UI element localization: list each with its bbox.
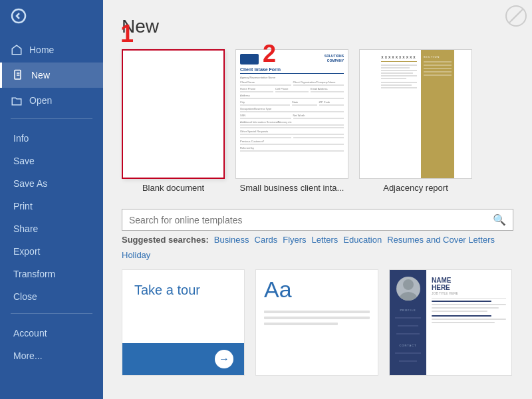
tour-top: Take a tour	[122, 270, 244, 343]
suggest-business[interactable]: Business	[214, 235, 249, 245]
page-title: New	[122, 16, 513, 37]
template-adjacency[interactable]: XXXXXXXXXX SECTION	[359, 49, 472, 193]
search-bar: 🔍	[122, 209, 513, 231]
new-label: New	[31, 70, 50, 80]
suggest-cards[interactable]: Cards	[255, 235, 278, 245]
suggest-resumes[interactable]: Resumes and Cover Letters	[387, 235, 495, 245]
sidebar-item-account[interactable]: Account	[0, 322, 103, 344]
sidebar-text-items: Info Save Save As Print Share Export Tra…	[0, 127, 103, 308]
step-2: 2	[263, 40, 276, 68]
svg-point-5	[400, 292, 417, 301]
suggest-flyers[interactable]: Flyers	[283, 235, 306, 245]
sidebar-item-print[interactable]: Print	[0, 195, 103, 217]
sidebar-item-info[interactable]: Info	[0, 127, 103, 150]
sidebar-divider2	[11, 313, 92, 314]
bottom-templates: Take a tour → Aa	[122, 269, 513, 376]
aa-lines	[264, 307, 370, 329]
suggest-letters[interactable]: Letters	[312, 235, 338, 245]
sidebar-divider	[11, 118, 92, 119]
tour-arrow: →	[215, 350, 233, 368]
resume-card[interactable]: PROFILE CONTACT NAMEHERE JOB TITLE HERE	[389, 269, 512, 376]
sidebar-item-open[interactable]: Open	[0, 88, 103, 113]
tour-card[interactable]: Take a tour →	[122, 269, 245, 376]
suggested-searches: Suggested searches: Business Cards Flyer…	[122, 235, 513, 260]
search-icon[interactable]: 🔍	[493, 213, 506, 226]
blank-label: Blank document	[142, 183, 204, 193]
sidebar-item-close[interactable]: Close	[0, 285, 103, 308]
sidebar-item-save-as[interactable]: Save As	[0, 172, 103, 195]
open-label: Open	[29, 95, 52, 106]
sidebar-item-save[interactable]: Save	[0, 150, 103, 172]
sbt-thumb: SOLUTIONSCOMPANY Client Intake Form Agen…	[235, 49, 348, 179]
aa-letters: Aa	[264, 278, 370, 301]
sidebar-item-home[interactable]: Home	[0, 37, 103, 63]
template-small-business[interactable]: SOLUTIONSCOMPANY Client Intake Form Agen…	[235, 49, 348, 193]
suggested-label: Suggested searches:	[122, 235, 209, 245]
sidebar-nav: Home New Open	[0, 37, 103, 113]
open-icon	[11, 94, 23, 106]
disabled-icon	[505, 5, 527, 27]
sidebar-item-share[interactable]: Share	[0, 217, 103, 240]
back-button[interactable]	[0, 0, 103, 35]
sidebar-item-transform[interactable]: Transform	[0, 263, 103, 285]
tour-bottom: →	[122, 343, 244, 375]
sidebar-item-more[interactable]: More...	[0, 344, 103, 367]
svg-point-0	[12, 9, 25, 23]
aa-card[interactable]: Aa	[255, 269, 378, 376]
sidebar-bottom-items: Account More...	[0, 322, 103, 367]
tour-text: Take a tour	[134, 282, 232, 298]
sidebar-item-export[interactable]: Export	[0, 240, 103, 263]
main-content: 1 2 New Blank document SOLUTIONSCOMPANY …	[103, 0, 532, 399]
step-1: 1	[120, 20, 134, 48]
new-icon	[13, 69, 25, 81]
adj-thumb: XXXXXXXXXX SECTION	[359, 49, 472, 179]
search-section: 🔍 Suggested searches: Business Cards Fly…	[122, 209, 513, 260]
template-blank[interactable]: Blank document	[122, 49, 225, 193]
sbt-label: Small business client inta...	[240, 183, 344, 193]
suggest-education[interactable]: Education	[343, 235, 382, 245]
home-icon	[11, 44, 23, 56]
adj-label: Adjacency report	[383, 183, 448, 193]
sidebar-item-new[interactable]: New	[0, 63, 103, 88]
suggest-holiday[interactable]: Holiday	[122, 250, 150, 260]
sidebar: Home New Open Info Save Save As Print Sh…	[0, 0, 103, 399]
resume-right: NAMEHERE JOB TITLE HERE	[426, 270, 511, 375]
resume-left: PROFILE CONTACT	[390, 270, 426, 375]
svg-point-4	[403, 279, 414, 290]
home-label: Home	[29, 45, 54, 55]
blank-thumb	[122, 49, 225, 179]
search-input[interactable]	[129, 215, 493, 225]
templates-row: Blank document SOLUTIONSCOMPANY Client I…	[122, 49, 513, 193]
